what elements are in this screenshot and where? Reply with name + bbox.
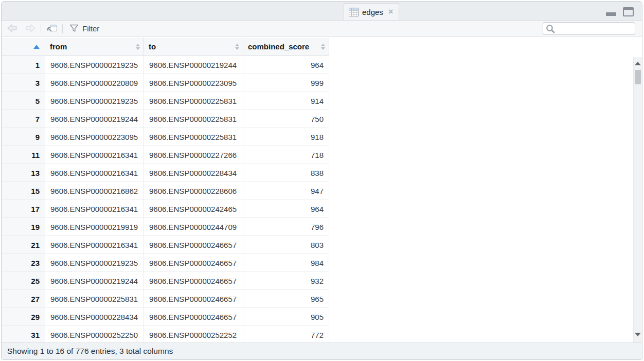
table-row[interactable]: 19606.ENSP000002192359606.ENSP0000021924… xyxy=(2,56,329,74)
cell-from: 9606.ENSP00000219235 xyxy=(45,92,144,110)
table-row[interactable]: 219606.ENSP000002163419606.ENSP000002466… xyxy=(2,236,329,254)
tab-edges[interactable]: edges × xyxy=(344,3,399,20)
search-input[interactable] xyxy=(556,24,633,33)
table-row[interactable]: 59606.ENSP000002192359606.ENSP0000022583… xyxy=(2,92,329,110)
column-header-to[interactable]: to xyxy=(144,38,243,56)
table-row[interactable]: 39606.ENSP000002208099606.ENSP0000022309… xyxy=(2,74,329,92)
cell-from: 9606.ENSP00000252250 xyxy=(45,326,144,342)
cell-from: 9606.ENSP00000225831 xyxy=(45,290,144,308)
table-row[interactable]: 119606.ENSP000002163419606.ENSP000002272… xyxy=(2,146,329,164)
back-arrow-icon[interactable] xyxy=(7,24,19,33)
cell-to: 9606.ENSP00000246657 xyxy=(144,254,243,272)
cell-to: 9606.ENSP00000227266 xyxy=(144,146,243,164)
cell-rownum: 25 xyxy=(2,272,45,290)
cell-to: 9606.ENSP00000219244 xyxy=(144,56,243,74)
cell-from: 9606.ENSP00000220809 xyxy=(45,74,144,92)
cell-combined_score: 796 xyxy=(243,218,329,236)
cell-rownum: 15 xyxy=(2,182,45,200)
cell-from: 9606.ENSP00000216341 xyxy=(45,236,144,254)
cell-from: 9606.ENSP00000223095 xyxy=(45,128,144,146)
column-header-rownum[interactable] xyxy=(2,38,45,56)
cell-rownum: 9 xyxy=(2,128,45,146)
scroll-down-icon[interactable] xyxy=(635,333,641,336)
table-row[interactable]: 159606.ENSP000002168629606.ENSP000002286… xyxy=(2,182,329,200)
cell-combined_score: 803 xyxy=(243,236,329,254)
table-row[interactable]: 319606.ENSP000002522509606.ENSP000002522… xyxy=(2,326,329,342)
maximize-icon[interactable] xyxy=(623,7,634,16)
table-row[interactable]: 179606.ENSP000002163419606.ENSP000002424… xyxy=(2,200,329,218)
sort-icon[interactable] xyxy=(235,44,239,50)
scrollbar-thumb[interactable] xyxy=(635,70,641,84)
column-header-from[interactable]: from xyxy=(45,38,144,56)
funnel-icon xyxy=(69,24,79,32)
filter-button[interactable]: Filter xyxy=(67,23,101,34)
cell-to: 9606.ENSP00000228434 xyxy=(144,164,243,182)
cell-combined_score: 947 xyxy=(243,182,329,200)
forward-arrow-icon[interactable] xyxy=(24,24,36,33)
cell-combined_score: 984 xyxy=(243,254,329,272)
cell-combined_score: 965 xyxy=(243,290,329,308)
table-row[interactable]: 299606.ENSP000002284349606.ENSP000002466… xyxy=(2,308,329,326)
table-row[interactable]: 279606.ENSP000002258319606.ENSP000002466… xyxy=(2,290,329,308)
table-row[interactable]: 139606.ENSP000002163419606.ENSP000002284… xyxy=(2,164,329,182)
scroll-up-icon[interactable] xyxy=(635,62,641,65)
cell-combined_score: 914 xyxy=(243,92,329,110)
cell-from: 9606.ENSP00000219244 xyxy=(45,110,144,128)
cell-combined_score: 918 xyxy=(243,128,329,146)
cell-combined_score: 932 xyxy=(243,272,329,290)
cell-combined_score: 964 xyxy=(243,200,329,218)
table-grid-icon xyxy=(349,8,359,16)
cell-from: 9606.ENSP00000219235 xyxy=(45,254,144,272)
data-grid: from to combined_score xyxy=(2,38,329,342)
cell-to: 9606.ENSP00000246657 xyxy=(144,290,243,308)
search-box[interactable] xyxy=(543,22,635,35)
data-viewer-window: edges × xyxy=(1,1,642,360)
cell-to: 9606.ENSP00000246657 xyxy=(144,236,243,254)
cell-from: 9606.ENSP00000216341 xyxy=(45,146,144,164)
cell-combined_score: 964 xyxy=(243,56,329,74)
cell-rownum: 13 xyxy=(2,164,45,182)
cell-rownum: 27 xyxy=(2,290,45,308)
vertical-scrollbar[interactable] xyxy=(633,57,642,342)
cell-rownum: 3 xyxy=(2,74,45,92)
cell-combined_score: 750 xyxy=(243,110,329,128)
magnifier-icon xyxy=(545,24,556,34)
table-row[interactable]: 239606.ENSP000002192359606.ENSP000002466… xyxy=(2,254,329,272)
table-header-row: from to combined_score xyxy=(2,38,329,56)
cell-to: 9606.ENSP00000246657 xyxy=(144,308,243,326)
cell-to: 9606.ENSP00000246657 xyxy=(144,272,243,290)
cell-from: 9606.ENSP00000219235 xyxy=(45,56,144,74)
table-row[interactable]: 99606.ENSP000002230959606.ENSP0000022583… xyxy=(2,128,329,146)
cell-rownum: 31 xyxy=(2,326,45,342)
cell-to: 9606.ENSP00000223095 xyxy=(144,74,243,92)
cell-rownum: 5 xyxy=(2,92,45,110)
status-bar: Showing 1 to 16 of 776 entries, 3 total … xyxy=(2,342,642,359)
cell-combined_score: 838 xyxy=(243,164,329,182)
cell-rownum: 17 xyxy=(2,200,45,218)
window-controls xyxy=(606,6,634,16)
cell-rownum: 21 xyxy=(2,236,45,254)
cell-from: 9606.ENSP00000228434 xyxy=(45,308,144,326)
minimize-icon[interactable] xyxy=(606,12,616,16)
column-header-combined-score[interactable]: combined_score xyxy=(243,38,329,56)
open-in-new-window-icon[interactable] xyxy=(46,24,58,33)
cell-to: 9606.ENSP00000225831 xyxy=(144,128,243,146)
column-header-label: from xyxy=(50,42,67,51)
close-tab-icon[interactable]: × xyxy=(388,8,393,15)
tab-label: edges xyxy=(362,8,383,16)
cell-from: 9606.ENSP00000219244 xyxy=(45,272,144,290)
table-body: 19606.ENSP000002192359606.ENSP0000021924… xyxy=(2,56,329,342)
sort-icon[interactable] xyxy=(136,44,140,50)
table-row[interactable]: 199606.ENSP000002199199606.ENSP000002447… xyxy=(2,218,329,236)
cell-rownum: 7 xyxy=(2,110,45,128)
table-row[interactable]: 79606.ENSP000002192449606.ENSP0000022583… xyxy=(2,110,329,128)
cell-to: 9606.ENSP00000252252 xyxy=(144,326,243,342)
sort-icon[interactable] xyxy=(321,44,325,50)
toolbar-separator xyxy=(41,24,41,33)
table-row[interactable]: 259606.ENSP000002192449606.ENSP000002466… xyxy=(2,272,329,290)
column-header-label: combined_score xyxy=(248,42,309,51)
cell-from: 9606.ENSP00000219919 xyxy=(45,218,144,236)
cell-to: 9606.ENSP00000228606 xyxy=(144,182,243,200)
cell-rownum: 11 xyxy=(2,146,45,164)
tab-bar: edges × xyxy=(2,2,642,21)
